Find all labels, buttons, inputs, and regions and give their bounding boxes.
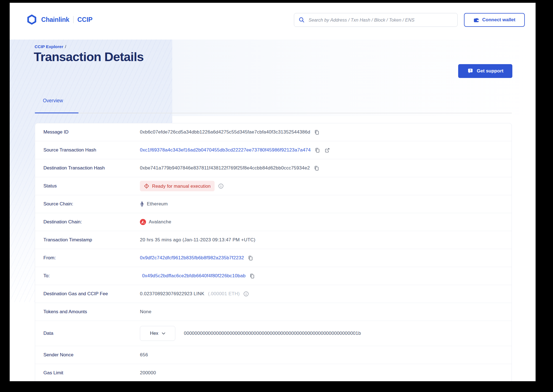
- row-from: From: 0x9df2c742dfcf9612b835fb6b8f982a23…: [35, 249, 512, 267]
- copy-icon[interactable]: [313, 165, 320, 172]
- tab-divider-line: [35, 113, 512, 113]
- row-status: Status Ready for manual execution: [35, 177, 512, 195]
- status-text: Ready for manual execution: [152, 184, 211, 189]
- wallet-icon: [473, 17, 479, 23]
- row-fee: Destination Gas and CCIP Fee 0.023708923…: [35, 285, 512, 303]
- tab-overview[interactable]: Overview: [43, 98, 63, 104]
- row-label: Status: [43, 183, 140, 189]
- fee-eth-equivalent: (.000001 ETH): [208, 291, 240, 297]
- data-format-select[interactable]: Hex: [140, 326, 175, 341]
- connect-wallet-button[interactable]: Connect wallet: [464, 13, 525, 27]
- row-label: Message ID: [43, 129, 140, 135]
- row-label: Source Transaction Hash: [43, 147, 140, 153]
- copy-icon[interactable]: [249, 273, 255, 279]
- brand-divider: [73, 16, 74, 23]
- breadcrumb-separator: /: [65, 44, 66, 49]
- row-message-id: Message ID 0xb6c07efde726cd5a34dbb1226a6…: [35, 123, 512, 141]
- row-dest-chain: Destination Chain: Avalanche: [35, 213, 512, 231]
- status-badge: Ready for manual execution: [140, 181, 215, 191]
- external-link-icon[interactable]: [324, 147, 331, 154]
- from-address-link[interactable]: 0x9df2c742dfcf9612b835fb6b8f982a235b7f22…: [140, 255, 244, 261]
- data-hex-value: 0000000000000000000000000000000000000000…: [184, 331, 361, 336]
- tokens-value: None: [140, 309, 152, 315]
- row-gas-limit: Gas Limit 200000: [35, 364, 512, 381]
- row-data: Data Hex 0000000000000000000000000000000…: [35, 321, 512, 346]
- gas-limit-value: 200000: [140, 370, 156, 376]
- row-label: Data: [43, 331, 140, 336]
- row-sender-nonce: Sender Nonce 656: [35, 346, 512, 364]
- timestamp-value: 20 hrs 35 mins ago (Jan-11-2023 09:13:47…: [140, 237, 255, 243]
- row-source-chain: Source Chain: Ethereum: [35, 195, 512, 213]
- row-label: Gas Limit: [43, 370, 140, 376]
- row-label: Transaction Timestamp: [43, 237, 140, 243]
- search-icon: [299, 17, 305, 23]
- data-format-value: Hex: [150, 331, 158, 336]
- row-timestamp: Transaction Timestamp 20 hrs 35 mins ago…: [35, 231, 512, 249]
- alert-diamond-icon: [144, 183, 149, 189]
- search-bar[interactable]: [294, 13, 458, 27]
- row-dest-tx-hash: Destination Transaction Hash 0xbe741a779…: [35, 159, 512, 177]
- info-icon[interactable]: [218, 183, 224, 189]
- dest-chain-name: Avalanche: [149, 219, 171, 225]
- to-address-link[interactable]: 0x49d5c2bdffac6ce2bfdb6640f4f80f226bc10b…: [142, 273, 246, 279]
- get-support-label: Get support: [477, 68, 503, 74]
- row-label: From:: [43, 255, 140, 261]
- copy-icon[interactable]: [313, 129, 320, 136]
- get-support-button[interactable]: ? Get support: [458, 64, 512, 78]
- row-label: Tokens and Amounts: [43, 309, 140, 315]
- copy-icon[interactable]: [247, 255, 254, 262]
- chevron-down-icon: [162, 332, 165, 335]
- ethereum-icon: [140, 201, 144, 207]
- fee-value: 0.023708923076922923 LINK: [140, 291, 204, 297]
- source-chain-name: Ethereum: [147, 201, 168, 207]
- page-title: Transaction Details: [34, 50, 144, 64]
- chainlink-logo-icon: [26, 14, 37, 25]
- info-icon[interactable]: [243, 291, 249, 297]
- message-id-value: 0xb6c07efde726cd5a34dbb1226a6d4275c55d34…: [140, 129, 310, 135]
- brand-product: CCIP: [77, 16, 93, 23]
- ccip-explorer-page: Chainlink CCIP Connect wallet CCIP Explo…: [10, 3, 536, 381]
- row-label: Destination Chain:: [43, 219, 140, 225]
- row-label: To:: [43, 273, 140, 279]
- row-label: Destination Transaction Hash: [43, 165, 140, 171]
- dest-tx-hash-value: 0xbe741a779b9407846e837811f438122f769f25…: [140, 165, 310, 171]
- row-label: Sender Nonce: [43, 352, 140, 358]
- row-to: To: 0x49d5c2bdffac6ce2bfdb6640f4f80f226b…: [35, 267, 512, 285]
- brand-name: Chainlink: [41, 16, 69, 23]
- brand[interactable]: Chainlink CCIP: [26, 14, 93, 25]
- transaction-details-card: Message ID 0xb6c07efde726cd5a34dbb1226a6…: [35, 123, 512, 381]
- search-input[interactable]: [308, 17, 453, 23]
- top-navbar: Chainlink CCIP Connect wallet: [10, 3, 536, 40]
- copy-icon[interactable]: [314, 147, 321, 154]
- svg-text:?: ?: [469, 69, 471, 72]
- breadcrumb-ccip-explorer-link[interactable]: CCIP Explorer: [35, 44, 63, 49]
- connect-wallet-label: Connect wallet: [482, 17, 515, 23]
- row-label: Destination Gas and CCIP Fee: [43, 291, 140, 297]
- row-source-tx-hash: Source Transaction Hash 0xc1f69378a4c343…: [35, 141, 512, 159]
- source-tx-hash-link[interactable]: 0xc1f69378a4c343ef16ad2b0470455db3cd2222…: [140, 147, 311, 153]
- breadcrumb: CCIP Explorer/: [35, 44, 66, 49]
- question-bubble-icon: ?: [467, 68, 474, 74]
- tab-active-underline: [35, 113, 79, 113]
- sender-nonce-value: 656: [140, 352, 148, 358]
- row-label: Source Chain:: [43, 201, 140, 207]
- row-tokens: Tokens and Amounts None: [35, 303, 512, 321]
- avalanche-icon: [140, 219, 146, 225]
